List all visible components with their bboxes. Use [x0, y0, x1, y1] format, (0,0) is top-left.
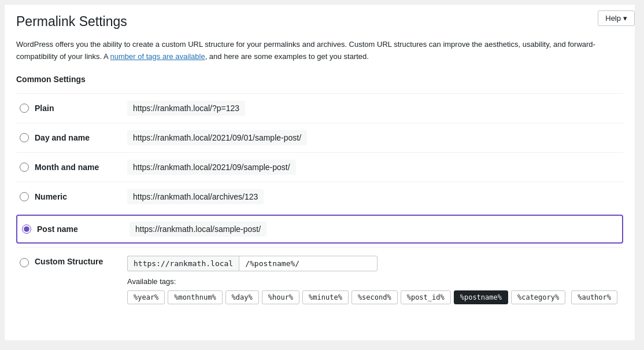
tag-hour[interactable]: %hour% — [262, 290, 299, 304]
option-row-custom-structure: Custom Structure https://rankmath.local … — [16, 247, 623, 312]
option-row-post-name: Post name https://rankmath.local/sample-… — [16, 215, 623, 244]
help-button-area: Help ▾ — [598, 10, 635, 26]
tag-monthnum[interactable]: %monthnum% — [168, 290, 222, 304]
tag-day[interactable]: %day% — [225, 290, 259, 304]
help-button[interactable]: Help ▾ — [598, 10, 635, 26]
common-settings-title: Common Settings — [16, 75, 623, 84]
url-plain: https://rankmath.local/?p=123 — [127, 101, 245, 116]
label-plain[interactable]: Plain — [35, 104, 127, 113]
option-row-month-and-name: Month and name https://rankmath.local/20… — [16, 152, 623, 182]
content-area: Permalink Settings WordPress offers you … — [5, 5, 635, 340]
custom-url-prefix: https://rankmath.local — [127, 256, 239, 271]
tag-author[interactable]: %author% — [571, 290, 617, 304]
radio-custom-structure[interactable] — [20, 258, 29, 267]
tag-category[interactable]: %category% — [511, 290, 565, 304]
option-row-plain: Plain https://rankmath.local/?p=123 — [16, 93, 623, 123]
radio-plain[interactable] — [20, 104, 29, 113]
custom-url-input[interactable] — [239, 256, 377, 271]
url-post-name: https://rankmath.local/sample-post/ — [129, 222, 267, 237]
option-row-numeric: Numeric https://rankmath.local/archives/… — [16, 182, 623, 211]
label-custom-structure[interactable]: Custom Structure — [35, 256, 127, 266]
available-tags-label: Available tags: — [127, 277, 617, 286]
label-numeric[interactable]: Numeric — [35, 192, 127, 201]
help-label: Help — [605, 14, 621, 23]
label-month-and-name[interactable]: Month and name — [35, 163, 127, 172]
intro-text: WordPress offers you the ability to crea… — [16, 39, 623, 63]
option-row-day-and-name: Day and name https://rankmath.local/2021… — [16, 123, 623, 152]
tag-minute[interactable]: %minute% — [302, 290, 349, 304]
intro-text-after: , and here are some examples to get you … — [205, 52, 369, 61]
tag-post-id[interactable]: %post_id% — [401, 290, 451, 304]
radio-numeric[interactable] — [20, 192, 29, 201]
tag-second[interactable]: %second% — [351, 290, 398, 304]
page-title: Permalink Settings — [16, 14, 623, 30]
label-day-and-name[interactable]: Day and name — [35, 133, 127, 142]
radio-month-and-name[interactable] — [20, 163, 29, 172]
page-wrapper: Help ▾ Permalink Settings WordPress offe… — [0, 5, 644, 350]
help-chevron-icon: ▾ — [623, 14, 627, 23]
url-day-and-name: https://rankmath.local/2021/09/01/sample… — [127, 130, 307, 145]
label-post-name[interactable]: Post name — [37, 224, 129, 234]
tags-area: %year% %monthnum% %day% %hour% %minute% … — [127, 290, 617, 304]
tag-year[interactable]: %year% — [127, 290, 165, 304]
custom-structure-inputs: https://rankmath.local Available tags: %… — [127, 256, 617, 304]
url-numeric: https://rankmath.local/archives/123 — [127, 189, 264, 204]
custom-url-area: https://rankmath.local — [127, 256, 617, 271]
tag-postname[interactable]: %postname% — [454, 290, 508, 304]
url-month-and-name: https://rankmath.local/2021/09/sample-po… — [127, 160, 296, 175]
tags-link[interactable]: number of tags are available — [110, 52, 205, 61]
radio-post-name[interactable] — [22, 224, 31, 234]
radio-day-and-name[interactable] — [20, 133, 29, 142]
